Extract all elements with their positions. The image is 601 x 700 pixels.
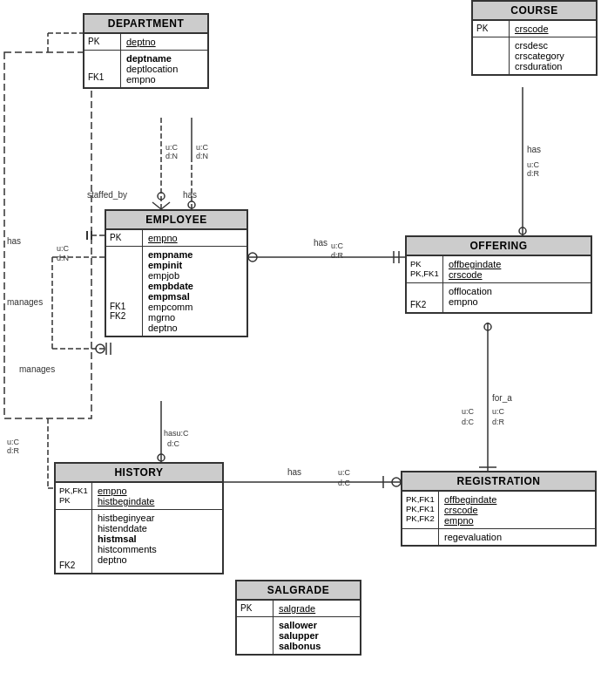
- svg-text:d:R: d:R: [331, 251, 344, 260]
- registration-entity: REGISTRATION PK,FK1 PK,FK1 PK,FK2 offbeg…: [401, 471, 597, 547]
- svg-text:has: has: [527, 145, 541, 154]
- department-pk-label: PK: [84, 34, 121, 50]
- svg-text:u:C: u:C: [196, 143, 209, 152]
- svg-text:has: has: [287, 467, 301, 477]
- registration-attrs: regevaluation: [439, 529, 595, 545]
- salgrade-entity: SALGRADE PK salgrade sallower salupper s…: [235, 580, 361, 656]
- staffed-by-label: staffed_by: [87, 190, 127, 200]
- svg-line-1: [152, 202, 161, 209]
- svg-text:u:C: u:C: [165, 143, 179, 152]
- svg-text:d:N: d:N: [165, 152, 178, 160]
- history-entity: HISTORY PK,FK1 PK empno histbegindate FK…: [54, 462, 224, 574]
- history-attrs: histbeginyear histenddate histmsal histc…: [92, 510, 222, 573]
- registration-title: REGISTRATION: [402, 472, 595, 492]
- salgrade-attrs: sallower salupper salbonus: [273, 617, 360, 654]
- course-entity: COURSE PK crscode crsdesc crscategory cr…: [471, 0, 598, 76]
- has-dept-label: has: [183, 190, 197, 200]
- course-title: COURSE: [473, 2, 596, 21]
- employee-attrs: empname empinit empjob empbdate empmsal …: [143, 247, 246, 336]
- salgrade-title: SALGRADE: [237, 581, 360, 601]
- department-title: DEPARTMENT: [84, 15, 207, 34]
- history-title: HISTORY: [56, 464, 222, 483]
- svg-text:manages: manages: [7, 297, 43, 307]
- manages-label: manages: [19, 364, 55, 374]
- svg-text:u:C: u:C: [492, 407, 505, 416]
- svg-text:hasu:C: hasu:C: [164, 429, 189, 438]
- svg-text:d:R: d:R: [527, 169, 540, 178]
- svg-text:has: has: [7, 236, 21, 246]
- employee-title: EMPLOYEE: [106, 211, 246, 230]
- department-attrs: deptname deptlocation empno: [121, 51, 207, 87]
- svg-point-50: [519, 228, 526, 234]
- department-pk-attr: deptno: [121, 34, 207, 50]
- svg-point-8: [188, 201, 195, 208]
- svg-text:d:N: d:N: [196, 152, 208, 160]
- svg-text:d:N: d:N: [57, 254, 69, 262]
- offering-attrs: offlocation empno: [443, 283, 591, 312]
- course-attrs: crsdesc crscategory crsduration: [510, 37, 596, 74]
- svg-point-3: [158, 193, 165, 200]
- svg-text:u:C: u:C: [462, 407, 475, 416]
- svg-text:d:R: d:R: [7, 446, 20, 455]
- svg-point-45: [392, 478, 401, 486]
- offering-entity: OFFERING PK PK,FK1 offbegindate crscode …: [405, 235, 592, 314]
- svg-text:u:C: u:C: [527, 160, 540, 169]
- department-entity: DEPARTMENT PK deptno . . FK1 deptname de…: [83, 13, 209, 89]
- svg-text:u:C: u:C: [7, 438, 20, 446]
- svg-text:u:C: u:C: [331, 241, 344, 250]
- svg-text:u:C: u:C: [57, 244, 70, 253]
- svg-text:u:C: u:C: [338, 468, 351, 477]
- svg-rect-27: [4, 52, 91, 418]
- department-fk-label: . . FK1: [84, 51, 121, 87]
- svg-text:for_a: for_a: [492, 393, 512, 403]
- svg-point-58: [484, 323, 491, 330]
- svg-text:has: has: [314, 238, 328, 248]
- svg-text:d:R: d:R: [492, 418, 505, 426]
- svg-text:d:C: d:C: [338, 479, 351, 487]
- svg-line-2: [161, 202, 170, 209]
- offering-title: OFFERING: [407, 237, 591, 256]
- svg-text:d:C: d:C: [167, 439, 180, 448]
- svg-point-21: [96, 344, 105, 353]
- svg-text:d:C: d:C: [462, 418, 475, 426]
- employee-entity: EMPLOYEE PK empno FK1 FK2 empname empini…: [105, 209, 248, 337]
- svg-point-12: [248, 253, 257, 262]
- svg-point-41: [158, 454, 165, 461]
- er-diagram: u:C d:N u:C d:N u:C d:R has manages u:C …: [0, 0, 601, 700]
